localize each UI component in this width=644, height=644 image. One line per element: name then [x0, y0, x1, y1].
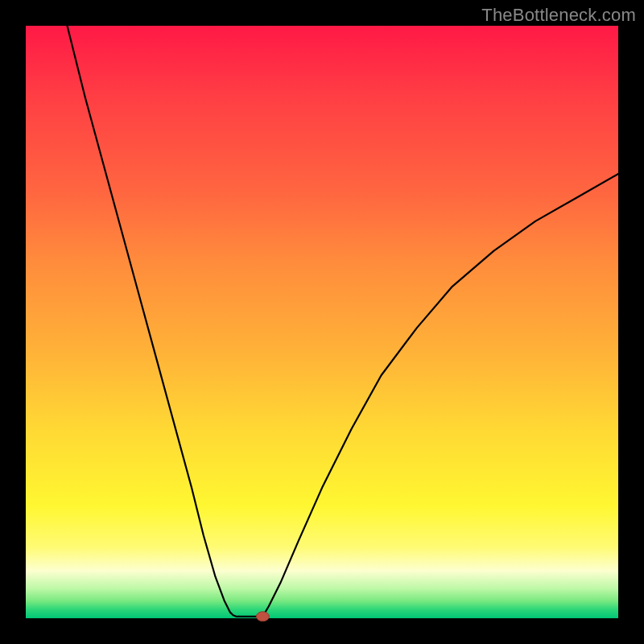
chart-frame: TheBottleneck.com	[0, 0, 644, 644]
minimum-marker	[256, 612, 269, 621]
plot-area	[26, 26, 618, 618]
watermark-text: TheBottleneck.com	[481, 5, 636, 26]
left-curve	[68, 26, 239, 617]
chart-svg	[26, 26, 618, 618]
right-curve	[262, 174, 618, 617]
